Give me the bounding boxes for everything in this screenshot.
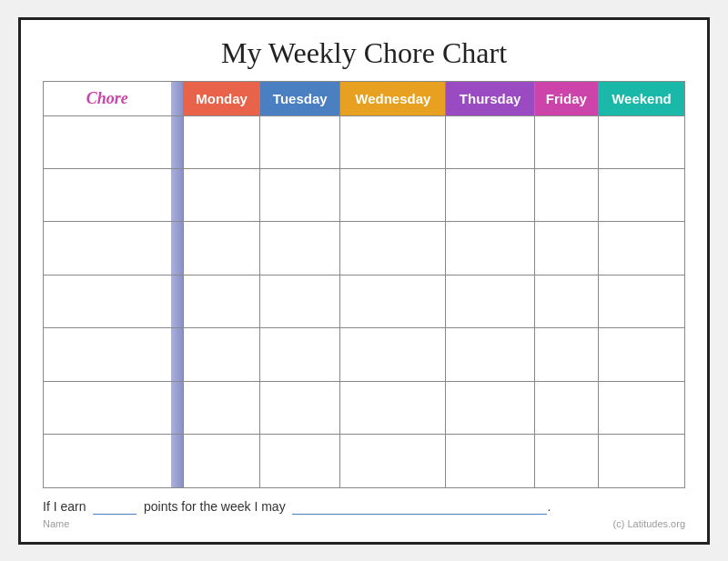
divider-header <box>171 81 184 115</box>
earn-text: If I earn <box>43 499 86 514</box>
table-row <box>44 435 685 487</box>
tuesday-header: Tuesday <box>260 81 340 115</box>
chore-cell[interactable] <box>44 115 171 168</box>
chore-cell[interactable] <box>44 435 171 487</box>
day-cell[interactable] <box>260 222 340 275</box>
day-cell[interactable] <box>598 168 684 221</box>
day-cell[interactable] <box>340 435 446 487</box>
day-cell[interactable] <box>598 222 684 275</box>
chore-header: Chore <box>44 81 171 115</box>
day-cell[interactable] <box>260 275 340 327</box>
day-cell[interactable] <box>598 435 684 487</box>
day-cell[interactable] <box>260 435 340 487</box>
divider-cell <box>171 115 184 168</box>
table-row <box>44 115 685 168</box>
day-cell[interactable] <box>340 168 446 221</box>
day-cell[interactable] <box>340 381 446 434</box>
day-cell[interactable] <box>534 115 598 168</box>
page: My Weekly Chore Chart Chore Monday Tuesd… <box>18 17 710 545</box>
day-cell[interactable] <box>184 435 260 487</box>
day-cell[interactable] <box>534 168 598 221</box>
header-row: Chore Monday Tuesday Wednesday Thursday … <box>44 81 685 115</box>
reward-blank[interactable] <box>292 499 547 515</box>
day-cell[interactable] <box>340 275 446 327</box>
day-cell[interactable] <box>446 328 534 381</box>
footer-area: If I earn points for the week I may . Na… <box>43 499 685 529</box>
day-cell[interactable] <box>184 168 260 221</box>
points-text: points for the week I may <box>144 499 286 514</box>
day-cell[interactable] <box>260 168 340 221</box>
day-cell[interactable] <box>446 168 534 221</box>
copyright: (c) Latitudes.org <box>613 518 685 529</box>
divider-cell <box>171 168 184 221</box>
day-cell[interactable] <box>184 275 260 327</box>
friday-header: Friday <box>534 81 598 115</box>
day-cell[interactable] <box>598 115 684 168</box>
day-cell[interactable] <box>598 275 684 327</box>
day-cell[interactable] <box>446 435 534 487</box>
day-cell[interactable] <box>184 115 260 168</box>
divider-cell <box>171 435 184 487</box>
chore-table: Chore Monday Tuesday Wednesday Thursday … <box>43 81 685 488</box>
thursday-header: Thursday <box>446 81 534 115</box>
day-cell[interactable] <box>340 222 446 275</box>
day-cell[interactable] <box>184 328 260 381</box>
chart-wrapper: Chore Monday Tuesday Wednesday Thursday … <box>43 81 685 488</box>
day-cell[interactable] <box>340 328 446 381</box>
chore-cell[interactable] <box>44 222 171 275</box>
chore-cell[interactable] <box>44 168 171 221</box>
divider-cell <box>171 328 184 381</box>
chore-cell[interactable] <box>44 275 171 327</box>
day-cell[interactable] <box>260 115 340 168</box>
day-cell[interactable] <box>260 328 340 381</box>
day-cell[interactable] <box>184 381 260 434</box>
day-cell[interactable] <box>340 115 446 168</box>
day-cell[interactable] <box>534 222 598 275</box>
day-cell[interactable] <box>534 381 598 434</box>
table-row <box>44 328 685 381</box>
points-blank[interactable] <box>93 499 136 515</box>
day-cell[interactable] <box>534 275 598 327</box>
day-cell[interactable] <box>260 381 340 434</box>
divider-cell <box>171 222 184 275</box>
day-cell[interactable] <box>534 328 598 381</box>
table-row <box>44 168 685 221</box>
divider-cell <box>171 275 184 327</box>
day-cell[interactable] <box>534 435 598 487</box>
day-cell[interactable] <box>446 275 534 327</box>
page-title: My Weekly Chore Chart <box>43 36 685 70</box>
period: . <box>547 499 551 514</box>
divider-cell <box>171 381 184 434</box>
table-row <box>44 275 685 327</box>
table-row <box>44 222 685 275</box>
name-label: Name <box>43 518 69 529</box>
day-cell[interactable] <box>446 381 534 434</box>
day-cell[interactable] <box>598 328 684 381</box>
table-row <box>44 381 685 434</box>
wednesday-header: Wednesday <box>340 81 446 115</box>
footer-bottom: Name (c) Latitudes.org <box>43 518 685 529</box>
monday-header: Monday <box>184 81 260 115</box>
day-cell[interactable] <box>446 115 534 168</box>
footer-earn-line: If I earn points for the week I may . <box>43 499 685 515</box>
chore-cell[interactable] <box>44 381 171 434</box>
day-cell[interactable] <box>598 381 684 434</box>
weekend-header: Weekend <box>598 81 684 115</box>
day-cell[interactable] <box>446 222 534 275</box>
day-cell[interactable] <box>184 222 260 275</box>
chore-cell[interactable] <box>44 328 171 381</box>
